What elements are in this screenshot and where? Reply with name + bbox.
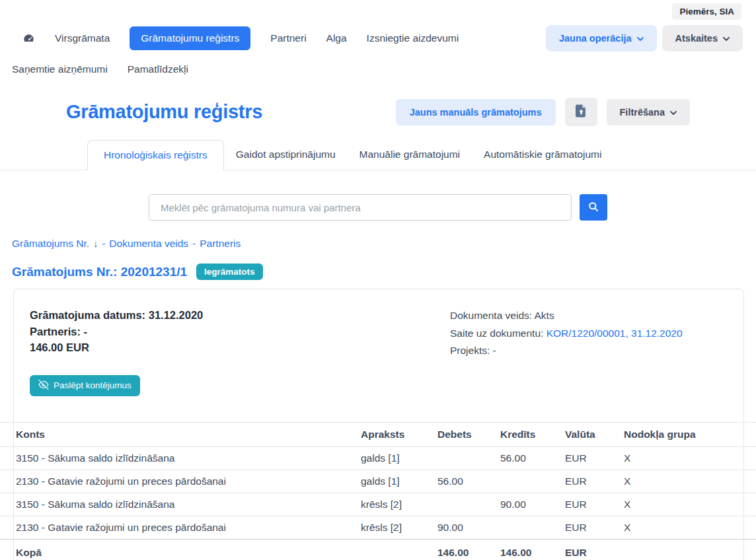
cell-debets	[437, 493, 500, 516]
cell-nodokla-grupa: X	[624, 470, 756, 493]
nav-item-pamatlidzekli[interactable]: Pamatlīdzekļi	[128, 63, 188, 75]
cell-nodokla-grupa: X	[624, 493, 756, 516]
col-header-valuta: Valūta	[565, 422, 624, 446]
cell-konts: 2130 - Gatavie ražojumi un preces pārdoš…	[0, 470, 361, 493]
total-kredits: 146.00	[500, 539, 565, 560]
eye-off-icon	[38, 380, 49, 392]
total-valuta: EUR	[565, 539, 624, 560]
cell-valuta: EUR	[565, 493, 624, 516]
cell-nodokla-grupa: X	[624, 446, 756, 470]
cell-konts: 2130 - Gatavie ražojumi un preces pārdoš…	[0, 516, 361, 539]
cell-kredits: 56.00	[500, 446, 565, 470]
search-input[interactable]	[149, 194, 572, 221]
tab-manualie-gramatojumi[interactable]: Manuālie grāmatojumi	[348, 140, 472, 170]
entry-details: Grāmatojuma datums: 31.12.2020 Partneris…	[14, 307, 743, 360]
table-row: 2130 - Gatavie ražojumi un preces pārdoš…	[0, 470, 756, 493]
cell-debets: 90.00	[437, 516, 500, 539]
document-type-line: Dokumenta veids: Akts	[450, 307, 683, 325]
tab-automatiskie-gramatojumi[interactable]: Automātiskie grāmatojumi	[472, 140, 613, 170]
table-total-row: Kopā 146.00 146.00 EUR	[0, 539, 756, 560]
document-link-label: Saite uz dokumentu:	[450, 328, 547, 339]
dashboard-icon[interactable]	[22, 32, 35, 45]
document-type-label: Dokumenta veids:	[450, 310, 535, 321]
entry-partner: Partneris: -	[30, 324, 450, 340]
col-header-konts: Konts	[0, 422, 361, 446]
entry-amount: 146.00 EUR	[30, 339, 450, 356]
postings-table: Konts Apraksts Debets Kredīts Valūta Nod…	[0, 422, 756, 560]
document-link-line: Saite uz dokumentu: KOR/1220/00001, 31.1…	[450, 325, 683, 343]
entry-card: Grāmatojuma datums: 31.12.2020 Partneris…	[13, 289, 744, 560]
tabs-section: Hronoloģiskais reģistrs Gaidot apstiprin…	[0, 140, 756, 170]
sort-direction-arrow-icon[interactable]: ↓	[93, 238, 98, 249]
search-section	[0, 194, 756, 221]
project-line: Projekts: -	[450, 342, 683, 360]
reports-label: Atskaites	[675, 33, 718, 44]
nav-item-sanemtie-aiznemumi[interactable]: Saņemtie aizņēmumi	[12, 63, 108, 75]
nav-item-partneri[interactable]: Partneri	[270, 32, 306, 44]
page-header: Grāmatojumu reģistrs Jauns manuāls grāma…	[66, 98, 690, 126]
sort-link-entry-number[interactable]: Grāmatojums Nr.	[12, 238, 89, 250]
cell-kredits: 90.00	[500, 493, 565, 516]
total-nodokla-grupa	[624, 539, 756, 560]
cell-apraksts: krēsls [2]	[361, 493, 437, 516]
entry-details-right: Dokumenta veids: Akts Saite uz dokumentu…	[450, 307, 683, 360]
top-action-buttons: Jauna operācija Atskaites	[546, 25, 743, 52]
total-debets: 146.00	[437, 539, 500, 560]
project-label: Projekts:	[450, 345, 493, 356]
hide-postings-button[interactable]: Paslēpt kontējumus	[30, 375, 140, 396]
nav-item-alga[interactable]: Alga	[326, 32, 347, 44]
nav-item-gramatojumu-registrs[interactable]: Grāmatojumu reģistrs	[130, 26, 250, 50]
entry-details-left: Grāmatojuma datums: 31.12.2020 Partneris…	[30, 307, 450, 360]
nav-item-virsgramata[interactable]: Virsgrāmata	[55, 32, 110, 44]
nav-item-izsniegtie-aizdevumi[interactable]: Izsniegtie aizdevumi	[367, 32, 459, 44]
search-button[interactable]	[580, 194, 607, 221]
new-manual-entry-button[interactable]: Jauns manuāls grāmatojums	[396, 99, 556, 125]
cell-nodokla-grupa: X	[624, 516, 756, 539]
postings-table-wrap: Konts Apraksts Debets Kredīts Valūta Nod…	[0, 422, 756, 560]
table-row: 3150 - Sākuma saldo izlīdzināšana galds …	[0, 446, 756, 470]
sort-separator: -	[192, 238, 196, 250]
nav-row-2: Saņemtie aizņēmumi Pamatlīdzekļi	[12, 63, 604, 75]
col-header-apraksts: Apraksts	[361, 422, 437, 446]
table-row: 3150 - Sākuma saldo izlīdzināšana krēsls…	[0, 493, 756, 516]
cell-apraksts: galds [1]	[361, 446, 437, 470]
reports-button[interactable]: Atskaites	[662, 25, 743, 52]
entry-date: Grāmatojuma datums: 31.12.2020	[30, 307, 450, 324]
total-apraksts	[361, 539, 437, 560]
company-badge[interactable]: Piemērs, SIA	[672, 3, 741, 20]
entry-heading-row: Grāmatojums Nr.: 20201231/1 Iegrāmatots	[12, 263, 756, 280]
cell-valuta: EUR	[565, 470, 624, 493]
hide-postings-label: Paslēpt kontējumus	[54, 380, 132, 390]
new-operation-button[interactable]: Jauna operācija	[546, 25, 657, 52]
document-type-value: Akts	[535, 310, 554, 321]
file-upload-icon	[576, 104, 587, 120]
page-title: Grāmatojumu reģistrs	[66, 101, 262, 123]
cell-kredits	[500, 516, 565, 539]
journal-register-page: Piemērs, SIA Jauna operācija Atskaites V…	[0, 0, 756, 560]
cell-konts: 3150 - Sākuma saldo izlīdzināšana	[0, 493, 361, 516]
cell-valuta: EUR	[565, 446, 624, 470]
chevron-down-icon	[670, 111, 677, 115]
import-file-button[interactable]	[565, 98, 597, 126]
table-header-row: Konts Apraksts Debets Kredīts Valūta Nod…	[0, 422, 756, 446]
sort-link-partner[interactable]: Partneris	[200, 238, 241, 250]
total-label: Kopā	[0, 539, 361, 560]
search-icon	[588, 201, 599, 214]
table-row: 2130 - Gatavie ražojumi un preces pārdoš…	[0, 516, 756, 539]
project-value: -	[493, 345, 496, 356]
col-header-nodokla-grupa: Nodokļa grupa	[624, 422, 756, 446]
tab-hronologiskais-registrs[interactable]: Hronoloģiskais reģistrs	[87, 140, 224, 170]
sort-separator: -	[102, 238, 105, 250]
sort-link-document-type[interactable]: Dokumenta veids	[109, 238, 188, 250]
header-buttons: Jauns manuāls grāmatojums Filtrēšana	[396, 98, 690, 126]
tab-gaidot-apstiprinajumu[interactable]: Gaidot apstiprinājumu	[224, 140, 348, 170]
document-link[interactable]: KOR/1220/00001, 31.12.2020	[547, 328, 683, 339]
chevron-down-icon	[723, 37, 730, 41]
filter-button[interactable]: Filtrēšana	[607, 99, 691, 125]
cell-apraksts: krēsls [2]	[361, 516, 437, 539]
filter-label: Filtrēšana	[620, 107, 665, 118]
tabs: Hronoloģiskais reģistrs Gaidot apstiprin…	[87, 140, 756, 170]
entry-heading[interactable]: Grāmatojums Nr.: 20201231/1	[12, 265, 187, 279]
cell-debets	[437, 446, 500, 470]
col-header-kredits: Kredīts	[500, 422, 565, 446]
